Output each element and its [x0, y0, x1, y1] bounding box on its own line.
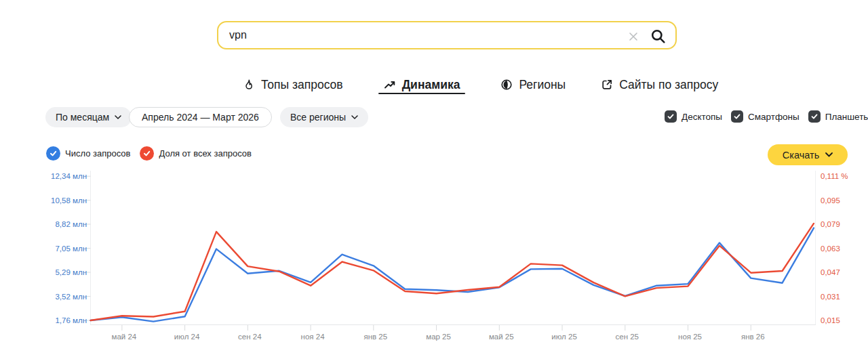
legend-toggle-share[interactable]: Доля от всех запросов: [140, 146, 251, 161]
smartphones-checkbox[interactable]: [731, 110, 743, 123]
search-bar: [217, 21, 677, 49]
y-axis-right-label: 0,047: [821, 268, 861, 277]
check-icon: [810, 112, 818, 121]
y-axis-left-label: 7,05 млн: [0, 244, 87, 253]
device-desktops: Десктопы: [665, 110, 722, 123]
legend-label: Число запросов: [65, 148, 130, 159]
region-label: Все регионы: [290, 112, 346, 123]
region-dropdown[interactable]: Все регионы: [280, 107, 368, 127]
device-label: Смартфоны: [748, 112, 800, 122]
external-link-icon: [601, 79, 613, 91]
x-axis-label: май 24: [100, 332, 148, 341]
x-axis-label: май 25: [477, 332, 525, 341]
y-axis-right-label: 0,111 %: [821, 171, 861, 181]
x-axis-label: июл 25: [540, 332, 588, 341]
device-label: Десктопы: [682, 112, 722, 122]
y-axis-left-label: 8,82 млн: [0, 219, 87, 229]
download-button[interactable]: Скачать: [768, 144, 848, 165]
y-axis-left-label: 12,34 млн: [0, 171, 87, 181]
desktops-checkbox[interactable]: [665, 110, 677, 123]
share-check-icon: [140, 146, 154, 161]
chevron-down-icon: [115, 115, 121, 119]
device-smartphones: Смартфоны: [731, 110, 800, 123]
tab-label: Сайты по запросу: [619, 78, 718, 92]
tab-sites-by-query[interactable]: Сайты по запросу: [601, 76, 718, 93]
legend-label: Доля от всех запросов: [159, 148, 251, 159]
chart-plot-area[interactable]: [90, 171, 816, 325]
x-axis-label: ноя 24: [289, 332, 336, 341]
clear-icon[interactable]: [628, 31, 639, 42]
queries-check-icon: [46, 146, 60, 161]
search-input[interactable]: [229, 29, 595, 41]
y-axis-right-label: 0,031: [821, 292, 861, 301]
y-axis-right-label: 0,063: [821, 244, 861, 253]
x-axis-label: янв 26: [729, 332, 776, 341]
y-axis-right-label: 0,095: [821, 196, 861, 205]
tab-regions[interactable]: Регионы: [500, 76, 566, 93]
x-axis-label: мар 25: [415, 332, 462, 341]
x-axis-label: сен 24: [226, 332, 273, 341]
x-axis-label: сен 25: [604, 332, 651, 341]
series-legend: Число запросов Доля от всех запросов: [46, 146, 252, 161]
device-filters: Десктопы Смартфоны Планшеты: [665, 110, 868, 123]
tab-top-queries[interactable]: Топы запросов: [243, 76, 343, 93]
y-axis-right-label: 0,015: [821, 316, 861, 325]
tabs-bar: Топы запросов Динамика Регионы Сайты по …: [243, 76, 718, 93]
date-range-label: Апрель 2024 — Март 2026: [142, 112, 259, 123]
chevron-down-icon: [825, 152, 833, 157]
device-tablets: Планшеты: [808, 110, 868, 123]
chevron-down-icon: [351, 115, 358, 119]
device-label: Планшеты: [825, 112, 868, 122]
check-icon: [733, 112, 741, 121]
period-label: По месяцам: [56, 112, 109, 123]
tab-dynamics[interactable]: Динамика: [378, 76, 466, 93]
period-dropdown[interactable]: По месяцам: [45, 107, 132, 127]
y-axis-left-label: 1,76 млн: [0, 316, 87, 325]
y-axis-left-label: 3,52 млн: [0, 292, 87, 301]
flame-icon: [243, 79, 255, 91]
wordstat-dynamics-page: Топы запросов Динамика Регионы Сайты по …: [0, 0, 868, 359]
x-axis-label: янв 25: [352, 332, 399, 341]
y-axis-left-label: 10,58 млн: [0, 196, 87, 205]
y-axis-left-label: 5,29 млн: [0, 268, 87, 277]
date-range-picker[interactable]: Апрель 2024 — Март 2026: [129, 107, 272, 127]
y-axis-right-label: 0,079: [821, 219, 861, 229]
x-axis-label: ноя 25: [667, 332, 714, 341]
tab-label: Регионы: [519, 78, 566, 92]
x-axis-label: июл 24: [163, 332, 211, 341]
tab-label: Топы запросов: [261, 78, 343, 92]
globe-icon: [500, 79, 513, 91]
trend-icon: [384, 79, 396, 91]
legend-toggle-queries[interactable]: Число запросов: [46, 146, 130, 161]
search-icon[interactable]: [650, 28, 667, 45]
tablets-checkbox[interactable]: [808, 110, 821, 123]
download-label: Скачать: [783, 150, 819, 161]
tab-label: Динамика: [402, 78, 460, 92]
check-icon: [667, 112, 675, 121]
